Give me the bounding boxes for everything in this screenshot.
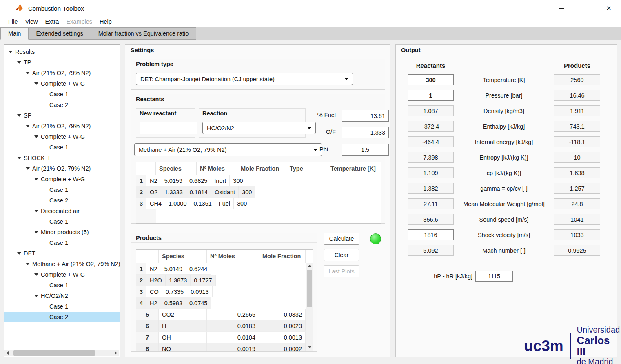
expand-arrow-icon[interactable] xyxy=(16,157,22,159)
reactant-value-field[interactable]: 300 xyxy=(408,74,454,85)
expand-arrow-icon[interactable] xyxy=(16,61,22,64)
tree-item[interactable]: Results xyxy=(4,47,120,57)
tree-item[interactable]: Case 1 xyxy=(4,280,120,291)
tree-item[interactable]: DET xyxy=(4,248,120,259)
mixture-dropdown[interactable]: Methane + Air (21% O2, 79% N2) xyxy=(134,143,322,156)
tree-item[interactable]: HC/O2/N2 xyxy=(4,291,120,301)
logo-line2: Carlos III xyxy=(577,335,620,357)
minimize-button[interactable] xyxy=(550,0,573,16)
table-row[interactable]: 3 CH4 1.0000 0.1361 Fuel 300 xyxy=(136,198,177,209)
scrollbar-thumb[interactable] xyxy=(13,350,95,356)
menu-item[interactable]: File xyxy=(4,17,21,26)
table-row[interactable]: 1 N2 5.0149 0.6244 xyxy=(136,263,159,275)
new-reactant-group: New reactant xyxy=(136,108,195,138)
type-cell: Inert xyxy=(211,175,230,186)
logo-line3: de Madrid xyxy=(577,357,620,364)
table-row[interactable]: 2 H2O 1.3873 0.1727 xyxy=(136,275,184,286)
column-header xyxy=(136,162,156,175)
tree-item[interactable]: Case 1 xyxy=(4,301,120,312)
fraction-cell: 0.1727 xyxy=(191,275,215,286)
expand-arrow-icon[interactable] xyxy=(33,273,40,276)
scroll-up-icon[interactable] xyxy=(306,263,313,269)
row-number: 8 xyxy=(136,343,159,351)
reactant-value-field[interactable]: 1 xyxy=(408,90,454,101)
expand-arrow-icon[interactable] xyxy=(24,263,31,265)
table-row[interactable]: 8 NO 0.0019 0.0002 xyxy=(136,343,313,351)
menu-item[interactable]: View xyxy=(21,17,41,26)
expand-arrow-icon[interactable] xyxy=(33,178,40,180)
tree-item[interactable]: Complete + W-G xyxy=(4,131,120,142)
scroll-left-icon[interactable] xyxy=(4,350,11,356)
problem-type-dropdown[interactable]: DET: Champan-Jouget Detonation (CJ upper… xyxy=(136,73,353,85)
expand-arrow-icon[interactable] xyxy=(16,252,22,255)
tree-horizontal-scrollbar[interactable] xyxy=(4,350,119,356)
expand-arrow-icon[interactable] xyxy=(33,295,40,297)
tree-item[interactable]: Methane + Air (21% O2, 79% N2) xyxy=(4,259,120,269)
expand-arrow-icon[interactable] xyxy=(33,210,40,212)
table-row[interactable]: 3 CO 0.7335 0.0913 xyxy=(136,286,189,297)
output-row: 356.6 Sound speed [m/s] 1041 xyxy=(396,214,617,225)
new-reactant-input[interactable] xyxy=(140,122,197,134)
maximize-button[interactable] xyxy=(573,0,597,16)
tree-item[interactable]: Complete + W-G xyxy=(4,174,120,184)
tree-item[interactable]: Air (21% O2, 79% N2) xyxy=(4,68,120,78)
output-property-label: Entropy [kJ/(kg K)] xyxy=(454,154,554,161)
tree-item[interactable]: Case 1 xyxy=(4,142,120,153)
reactant-value-field[interactable]: 1816 xyxy=(408,229,454,240)
tree-item[interactable]: Complete + W-G xyxy=(4,78,120,89)
expand-arrow-icon[interactable] xyxy=(33,135,40,138)
tree-item[interactable]: TP xyxy=(4,57,120,68)
tab[interactable]: Extended settings xyxy=(29,27,91,40)
tree-item[interactable]: Case 2 xyxy=(4,195,120,206)
expand-arrow-icon[interactable] xyxy=(33,231,40,233)
calculate-button[interactable]: Calculate xyxy=(324,233,359,245)
hp-hr-field: 1115 xyxy=(475,271,513,282)
expand-arrow-icon[interactable] xyxy=(16,114,22,117)
tree-item[interactable]: Case 1 xyxy=(4,89,120,100)
scroll-right-icon[interactable] xyxy=(113,350,119,356)
table-row[interactable]: 2 O2 1.3333 0.1814 Oxidant 300 xyxy=(136,186,177,198)
tree-item[interactable]: Dissociated air xyxy=(4,206,120,216)
tree-item[interactable]: Case 1 xyxy=(4,237,120,248)
tree-item[interactable]: Air (21% O2, 79% N2) xyxy=(4,121,120,131)
tree-item[interactable]: Case 2 xyxy=(4,312,120,322)
output-property-label: cp [kJ/(kg K)] xyxy=(454,170,554,176)
products-table-body: 1 N2 5.0149 0.6244 2 H2O 1.3873 0.1727 xyxy=(136,263,313,351)
tree-item[interactable]: SP xyxy=(4,110,120,121)
tree-item[interactable]: Case 2 xyxy=(4,100,120,110)
expand-arrow-icon[interactable] xyxy=(7,51,14,53)
expand-arrow-icon[interactable] xyxy=(24,72,31,74)
tree-item[interactable]: Complete + W-G xyxy=(4,269,120,280)
tab[interactable]: Molar fraction vs Equivalence ratio xyxy=(91,27,197,40)
table-row[interactable]: 5 CO2 0.2665 0.0332 xyxy=(136,309,313,320)
clear-button[interactable]: Clear xyxy=(324,249,359,261)
expand-arrow-icon[interactable] xyxy=(24,125,31,127)
table-row[interactable]: 1 N2 5.0159 0.6825 Inert 300 xyxy=(136,175,156,186)
scrollbar-thumb[interactable] xyxy=(307,270,312,307)
table-row[interactable]: 7 OH 0.0104 0.0013 xyxy=(136,332,313,343)
scroll-down-icon[interactable] xyxy=(306,344,313,350)
tree-item[interactable]: Case 1 xyxy=(4,184,120,195)
tree-item-label: Methane + Air (21% O2, 79% N2) xyxy=(31,259,120,269)
expand-arrow-icon[interactable] xyxy=(24,167,31,170)
fraction-cell: 0.0332 xyxy=(259,309,306,320)
tab[interactable]: Main xyxy=(0,27,29,40)
reactant-value-field: 1.109 xyxy=(408,167,454,178)
tree-item[interactable]: Air (21% O2, 79% N2) xyxy=(4,163,120,174)
tree-item[interactable]: Case 1 xyxy=(4,216,120,227)
table-row[interactable]: 6 H 0.0183 0.0023 xyxy=(136,320,313,332)
tree-item[interactable]: Minor products (5) xyxy=(4,227,120,237)
menu-item[interactable]: Extra xyxy=(42,17,63,26)
products-vertical-scrollbar[interactable] xyxy=(306,263,313,351)
moles-cell: 0.0183 xyxy=(207,320,259,332)
tree-item-label: Case 2 xyxy=(48,312,68,322)
table-row[interactable]: 4 H2 0.5983 0.0745 xyxy=(136,297,183,309)
menu-item[interactable]: Help xyxy=(96,17,115,26)
expand-arrow-icon[interactable] xyxy=(33,82,40,85)
phi-field[interactable]: 1.5 xyxy=(342,144,389,156)
tree-item[interactable]: SHOCK_I xyxy=(4,153,120,163)
close-button[interactable]: ✕ xyxy=(597,0,621,16)
menu-item: Examples xyxy=(62,17,96,26)
reaction-dropdown[interactable]: HC/O2/N2 xyxy=(202,122,316,134)
fraction-cell: 0.0745 xyxy=(186,297,211,309)
